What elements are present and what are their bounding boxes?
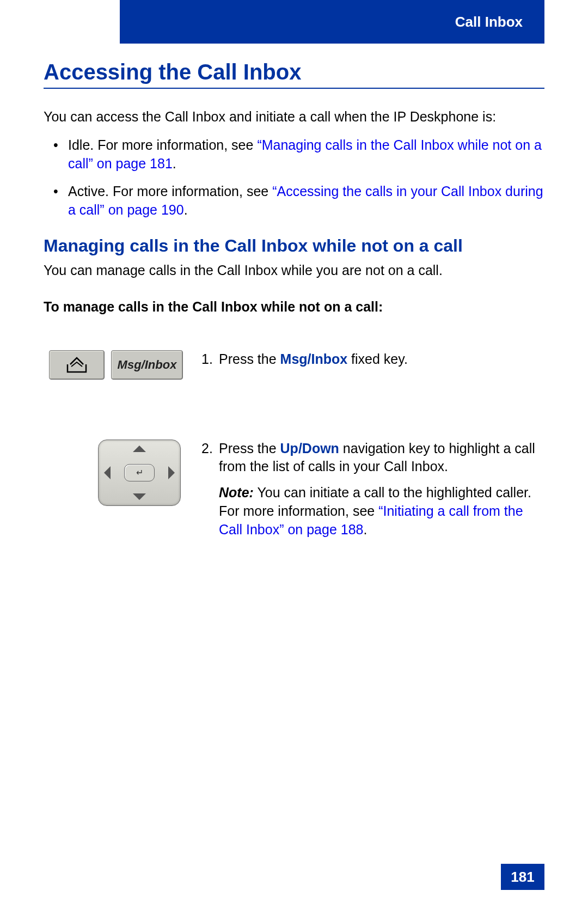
step-2-icons: ↵ xyxy=(44,440,201,539)
page-title: Accessing the Call Inbox xyxy=(44,60,544,89)
bullet-lead: Idle. For more information, see xyxy=(68,137,257,152)
step-pre: Press the xyxy=(219,441,280,456)
bullet-item: • Active. For more information, see “Acc… xyxy=(44,182,544,219)
bullet-item: • Idle. For more information, see “Manag… xyxy=(44,136,544,173)
step-text: Press the Msg/Inbox fixed key. xyxy=(219,350,544,380)
nav-left-icon xyxy=(104,466,111,479)
step-number: 2. xyxy=(201,440,219,539)
step-text: Press the Up/Down navigation key to high… xyxy=(219,440,544,539)
procedure-steps: Msg/Inbox 1. Press the Msg/Inbox fixed k… xyxy=(44,350,544,539)
msg-inbox-key-icon xyxy=(49,350,105,380)
bullet-marker: • xyxy=(44,136,68,173)
nav-down-icon xyxy=(133,493,146,500)
bullet-tail: . xyxy=(173,156,176,171)
step-2-main: Press the Up/Down navigation key to high… xyxy=(219,440,544,477)
bullet-text: Idle. For more information, see “Managin… xyxy=(68,136,544,173)
bullet-text: Active. For more information, see “Acces… xyxy=(68,182,544,219)
nav-enter-icon: ↵ xyxy=(124,464,155,481)
navigation-pad-icon: ↵ xyxy=(98,440,181,506)
bullet-list: • Idle. For more information, see “Manag… xyxy=(44,136,544,219)
bullet-tail: . xyxy=(184,202,188,217)
section-heading: Managing calls in the Call Inbox while n… xyxy=(44,236,544,256)
step-2: ↵ 2. Press the Up/Down navigation key to… xyxy=(44,440,544,539)
step-number: 1. xyxy=(201,350,219,380)
procedure-title: To manage calls in the Call Inbox while … xyxy=(44,299,544,315)
inbox-glyph-icon xyxy=(65,356,88,374)
page-number-value: 181 xyxy=(511,869,534,886)
bullet-marker: • xyxy=(44,182,68,219)
header-section-label: Call Inbox xyxy=(455,14,523,30)
step-1-body: 1. Press the Msg/Inbox fixed key. xyxy=(201,350,544,380)
msg-inbox-key-label: Msg/Inbox xyxy=(111,350,183,380)
step-1: Msg/Inbox 1. Press the Msg/Inbox fixed k… xyxy=(44,350,544,380)
step-1-icons: Msg/Inbox xyxy=(44,350,201,380)
section-intro: You can manage calls in the Call Inbox w… xyxy=(44,261,544,280)
step-pre: Press the xyxy=(219,351,280,367)
key-name: Up/Down xyxy=(280,441,339,456)
step-2-body: 2. Press the Up/Down navigation key to h… xyxy=(201,440,544,539)
note-tail: . xyxy=(363,522,367,537)
page-content: Accessing the Call Inbox You can access … xyxy=(44,60,544,599)
page-number: 181 xyxy=(501,864,544,890)
intro-paragraph: You can access the Call Inbox and initia… xyxy=(44,108,544,126)
note-label: Note: xyxy=(219,485,254,500)
key-name: Msg/Inbox xyxy=(280,351,348,367)
step-post: fixed key. xyxy=(347,351,408,367)
bullet-lead: Active. For more information, see xyxy=(68,184,272,199)
header-bar: Call Inbox xyxy=(120,0,544,44)
nav-up-icon xyxy=(133,446,146,452)
nav-right-icon xyxy=(168,466,175,479)
step-2-note: Note: You can initiate a call to the hig… xyxy=(219,484,544,539)
